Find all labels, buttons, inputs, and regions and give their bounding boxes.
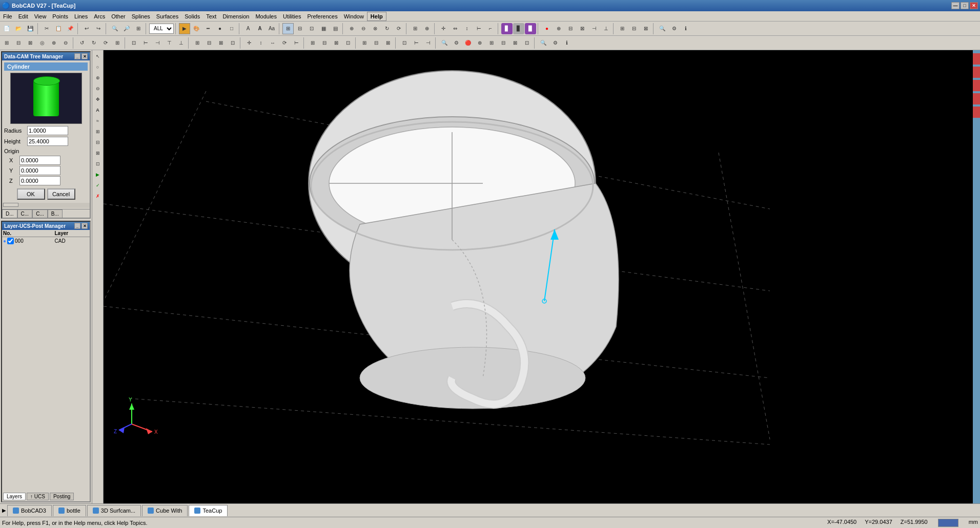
tb2-42[interactable]: ⊡ <box>521 37 533 49</box>
tb-solid2[interactable]: ▊ <box>513 23 524 34</box>
tb2-4[interactable]: ◎ <box>36 37 48 49</box>
tb-grid[interactable]: ⊞ <box>410 23 421 34</box>
tb2-26[interactable]: ⊟ <box>319 37 330 49</box>
menu-edit[interactable]: Edit <box>15 12 31 20</box>
tb2-40[interactable]: ⊟ <box>498 37 509 49</box>
tb-line-type[interactable]: ━ <box>202 23 214 34</box>
tb-cut[interactable]: ✂ <box>41 23 52 34</box>
tb-snap2[interactable]: ⊖ <box>358 23 369 34</box>
tb2-24[interactable]: ⊢ <box>291 37 302 49</box>
tb2-2[interactable]: ⊟ <box>13 37 24 49</box>
menu-solids[interactable]: Solids <box>181 12 203 20</box>
tb-align3[interactable]: ⊣ <box>588 23 600 34</box>
tb-solid3[interactable]: ▉ <box>525 23 536 34</box>
menu-dimension[interactable]: Dimension <box>219 12 252 20</box>
vt-curve[interactable]: ≈ <box>93 116 103 126</box>
tb2-20[interactable]: ✛ <box>243 37 255 49</box>
tb-color-pick[interactable]: 🎨 <box>191 23 202 34</box>
panel-tab-d[interactable]: D... <box>2 209 17 218</box>
tb-zoom-all[interactable]: ⊞ <box>133 23 144 34</box>
vt-cancel[interactable]: ✗ <box>93 191 103 201</box>
rsp-btn-5[interactable] <box>973 107 980 118</box>
x-input[interactable] <box>19 156 60 165</box>
tb2-44[interactable]: ⚙ <box>549 37 561 49</box>
tb-align1[interactable]: ⊟ <box>565 23 576 34</box>
rsp-btn-4[interactable] <box>973 93 980 104</box>
tb-copy[interactable]: 📋 <box>53 23 64 34</box>
tb-trim[interactable]: ⊢ <box>473 23 484 34</box>
tb2-22[interactable]: ↔ <box>267 37 278 49</box>
task-tab-bobcad3[interactable]: BobCAD3 <box>7 505 52 516</box>
menu-modules[interactable]: Modules <box>252 12 280 20</box>
tb2-37[interactable]: 🔴 <box>462 37 474 49</box>
menu-window[interactable]: Window <box>341 12 367 20</box>
tb2-36[interactable]: ⚙ <box>451 37 462 49</box>
rsp-btn-1[interactable] <box>973 53 980 65</box>
tb2-14[interactable]: ⊤ <box>164 37 175 49</box>
tb2-5[interactable]: ⊕ <box>48 37 59 49</box>
task-tab-teacup[interactable]: TeaCup <box>189 505 228 516</box>
panel-tab-b[interactable]: B... <box>48 209 63 218</box>
tb2-6[interactable]: ⊖ <box>60 37 71 49</box>
tb-snap5[interactable]: ⊕ <box>421 23 433 34</box>
tb2-12[interactable]: ⊢ <box>140 37 151 49</box>
tb2-27[interactable]: ⊠ <box>331 37 342 49</box>
tb-camera2[interactable]: ⊟ <box>628 23 640 34</box>
vt-grid[interactable]: ⊡ <box>93 159 103 169</box>
panel-tab-c1[interactable]: C... <box>17 209 33 218</box>
tb2-23[interactable]: ⟳ <box>279 37 290 49</box>
tb-info[interactable]: ℹ <box>680 23 691 34</box>
tb-open[interactable]: 📂 <box>13 23 24 34</box>
y-input[interactable] <box>19 166 60 175</box>
menu-arcs[interactable]: Arcs <box>91 12 108 20</box>
tb2-30[interactable]: ⊟ <box>371 37 382 49</box>
layer-tab-layers[interactable]: Layers <box>3 493 26 500</box>
task-tab-surfcam[interactable]: 3D Surfcam... <box>87 505 141 516</box>
menu-preferences[interactable]: Preferences <box>304 12 340 20</box>
tb-point[interactable]: ● <box>214 23 226 34</box>
tb-chamfer[interactable]: ⌐ <box>485 23 496 34</box>
minimize-button[interactable]: — <box>951 2 959 9</box>
taskbar-arrow[interactable]: ▶ <box>2 508 6 513</box>
menu-other[interactable]: Other <box>108 12 129 20</box>
tb2-19[interactable]: ⊡ <box>227 37 238 49</box>
tb-paste[interactable]: 📌 <box>65 23 76 34</box>
data-cam-close-btn[interactable]: ✕ <box>81 53 88 59</box>
z-input[interactable] <box>19 176 60 185</box>
vt-snap[interactable]: ⊠ <box>93 148 103 158</box>
tb2-1[interactable]: ⊞ <box>1 37 12 49</box>
tb-settings[interactable]: ⚙ <box>668 23 680 34</box>
tb2-10[interactable]: ⊞ <box>112 37 123 49</box>
menu-lines[interactable]: Lines <box>71 12 91 20</box>
tb-scale[interactable]: ↕ <box>461 23 473 34</box>
tb2-33[interactable]: ⊢ <box>411 37 422 49</box>
tb-snap1[interactable]: ⊕ <box>346 23 357 34</box>
menu-points[interactable]: Points <box>49 12 71 20</box>
tb-move[interactable]: ✛ <box>438 23 449 34</box>
cancel-button[interactable]: Cancel <box>47 188 75 200</box>
tb2-39[interactable]: ⊞ <box>486 37 497 49</box>
menu-view[interactable]: View <box>31 12 50 20</box>
tb-zoom-in[interactable]: 🔍 <box>109 23 120 34</box>
layer-tab-posting[interactable]: Posting <box>50 493 74 500</box>
tb2-41[interactable]: ⊠ <box>509 37 521 49</box>
tb2-28[interactable]: ⊡ <box>342 37 354 49</box>
viewport-3d[interactable]: X Y Z <box>104 50 973 503</box>
menu-file[interactable]: File <box>0 12 15 20</box>
tb2-31[interactable]: ⊠ <box>382 37 394 49</box>
tb2-8[interactable]: ↻ <box>88 37 99 49</box>
tb2-17[interactable]: ⊟ <box>203 37 215 49</box>
tb-font[interactable]: Aa <box>266 23 277 34</box>
ok-button[interactable]: OK <box>17 188 45 200</box>
vt-zoom-out[interactable]: ⊖ <box>93 83 103 94</box>
tb-red1[interactable]: ● <box>541 23 553 34</box>
tb2-21[interactable]: ↕ <box>255 37 267 49</box>
tb2-3[interactable]: ⊠ <box>25 37 36 49</box>
layer-tab-ucs[interactable]: ↑ UCS <box>27 493 49 500</box>
menu-text[interactable]: Text <box>203 12 219 20</box>
task-tab-cubewith[interactable]: Cube With <box>142 505 188 516</box>
close-button[interactable]: ✕ <box>970 2 978 9</box>
layer-close-btn[interactable]: ✕ <box>81 223 88 229</box>
vt-zoom-in[interactable]: ⊕ <box>93 73 103 83</box>
tb-camera3[interactable]: ⊠ <box>640 23 651 34</box>
